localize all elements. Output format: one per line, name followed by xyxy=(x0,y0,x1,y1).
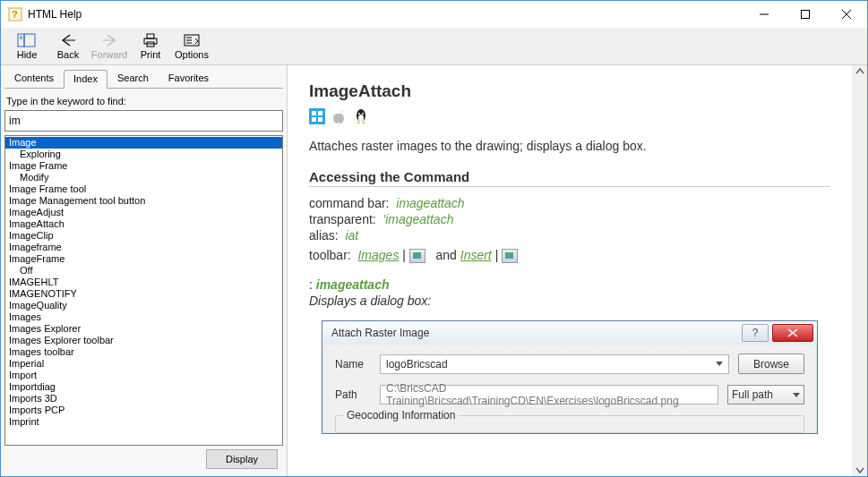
article-lead: Attaches raster images to the drawing; d… xyxy=(309,139,830,153)
nav-pane: Contents Index Search Favorites Type in … xyxy=(1,65,288,476)
path-mode-dropdown[interactable]: Full path xyxy=(727,385,804,405)
svg-rect-3 xyxy=(802,11,810,19)
maximize-button[interactable] xyxy=(785,1,826,28)
row-commandbar: command bar: imageattach xyxy=(309,196,830,210)
tab-index[interactable]: Index xyxy=(64,70,107,89)
dialog-help-button[interactable]: ? xyxy=(742,324,769,342)
row-cmd-prompt: : imageattach xyxy=(309,277,830,292)
apple-icon xyxy=(332,108,347,124)
index-item[interactable]: ImageAdjust xyxy=(5,207,282,218)
name-label: Name xyxy=(335,358,371,371)
section-access: Accessing the Command xyxy=(309,169,830,187)
tab-favorites[interactable]: Favorites xyxy=(159,69,219,88)
svg-rect-12 xyxy=(144,38,157,44)
row-alias: alias: iat xyxy=(309,228,830,243)
minimize-button[interactable] xyxy=(743,1,785,28)
forward-icon xyxy=(100,31,118,49)
close-button[interactable] xyxy=(826,1,867,28)
svg-rect-7 xyxy=(24,34,35,47)
svg-rect-22 xyxy=(312,117,316,122)
index-item[interactable]: Off xyxy=(5,265,282,277)
index-item[interactable]: Modify xyxy=(5,172,282,183)
index-item[interactable]: Import xyxy=(5,370,282,381)
options-label: Options xyxy=(175,49,209,60)
svg-rect-23 xyxy=(318,117,322,122)
app-icon: ? xyxy=(8,7,22,21)
options-button[interactable]: Options xyxy=(171,30,212,65)
toolbar: Hide Back Forward Print Options xyxy=(1,28,867,65)
browse-button[interactable]: Browse xyxy=(738,353,804,374)
back-button[interactable]: Back xyxy=(47,30,89,65)
index-item[interactable]: Importdiag xyxy=(5,381,282,393)
attach-raster-dialog: Attach Raster Image ? Name logoBricscad xyxy=(322,320,818,434)
print-icon xyxy=(142,31,159,49)
index-item[interactable]: ImageFrame xyxy=(5,253,282,265)
index-item[interactable]: Imperial xyxy=(5,358,282,370)
chevron-down-icon xyxy=(793,393,800,397)
back-icon xyxy=(59,31,77,49)
content-scrollbar[interactable] xyxy=(852,65,867,476)
svg-rect-6 xyxy=(18,34,24,47)
display-button[interactable]: Display xyxy=(206,449,278,469)
link-images-toolbar[interactable]: Images xyxy=(357,248,399,262)
dialog-titlebar: Attach Raster Image ? xyxy=(322,321,817,345)
geocoding-group: Geocoding Information xyxy=(335,415,804,433)
index-item[interactable]: ImageAttach xyxy=(5,218,282,230)
hide-button[interactable]: Hide xyxy=(6,30,47,65)
index-item[interactable]: Images xyxy=(5,311,282,323)
svg-rect-13 xyxy=(147,34,154,38)
title-bar: ? HTML Help xyxy=(1,1,867,28)
hide-icon xyxy=(17,31,37,49)
link-insert-toolbar[interactable]: Insert xyxy=(460,248,492,262)
window-title: HTML Help xyxy=(28,8,743,21)
index-item[interactable]: Imprint xyxy=(5,416,282,428)
index-item[interactable]: Image Management tool button xyxy=(5,195,282,207)
svg-point-25 xyxy=(358,115,364,122)
os-icons xyxy=(309,108,830,124)
hide-label: Hide xyxy=(17,49,38,60)
nav-tabs: Contents Index Search Favorites xyxy=(4,69,283,89)
tab-search[interactable]: Search xyxy=(107,69,159,88)
tab-contents[interactable]: Contents xyxy=(4,69,64,88)
forward-label: Forward xyxy=(91,49,127,60)
path-label: Path xyxy=(335,388,371,401)
print-label: Print xyxy=(141,49,161,60)
row-transparent: transparent: 'imageattach xyxy=(309,212,830,226)
index-item[interactable]: IMAGENOTIFY xyxy=(5,288,282,300)
print-button[interactable]: Print xyxy=(130,30,171,65)
svg-point-27 xyxy=(362,113,364,115)
index-list[interactable]: ImageExploringImage FrameModifyImage Fra… xyxy=(4,135,283,446)
row-toolbar: toolbar: Images | and Insert | xyxy=(309,248,830,263)
index-item[interactable]: Images toolbar xyxy=(5,346,282,358)
dialog-close-button[interactable] xyxy=(772,324,813,342)
options-icon xyxy=(183,31,201,49)
index-item[interactable]: Imports 3D xyxy=(5,393,282,405)
svg-rect-21 xyxy=(318,111,322,115)
index-item[interactable]: IMAGEHLT xyxy=(5,277,282,288)
index-item[interactable]: ImageClip xyxy=(5,230,282,242)
svg-rect-20 xyxy=(312,111,316,115)
article-title: ImageAttach xyxy=(309,81,830,101)
name-dropdown[interactable]: logoBricscad xyxy=(380,354,729,374)
index-item[interactable]: Images Explorer toolbar xyxy=(5,335,282,346)
keyword-prompt: Type in the keyword to find: xyxy=(6,96,281,106)
windows-icon xyxy=(309,108,325,124)
scroll-down-icon xyxy=(855,465,864,474)
images-toolbar-icon xyxy=(409,249,425,263)
index-item[interactable]: Image Frame xyxy=(5,160,282,172)
index-item[interactable]: Exploring xyxy=(5,149,282,160)
keyword-input[interactable] xyxy=(4,110,283,132)
index-item[interactable]: Imports PCP xyxy=(5,405,282,416)
index-item[interactable]: Imageframe xyxy=(5,242,282,253)
path-field: C:\BricsCAD Training\Bricscad\TrainingCD… xyxy=(380,385,718,405)
svg-rect-19 xyxy=(309,108,325,124)
index-item[interactable]: ImageQuality xyxy=(5,300,282,311)
forward-button: Forward xyxy=(89,30,130,65)
index-item[interactable]: Image xyxy=(5,137,282,149)
scroll-up-icon xyxy=(855,67,864,76)
index-item[interactable]: Images Explorer xyxy=(5,323,282,335)
svg-point-26 xyxy=(358,113,360,115)
index-item[interactable]: Image Frame tool xyxy=(5,183,282,195)
insert-toolbar-icon xyxy=(502,249,518,263)
back-label: Back xyxy=(57,49,79,60)
